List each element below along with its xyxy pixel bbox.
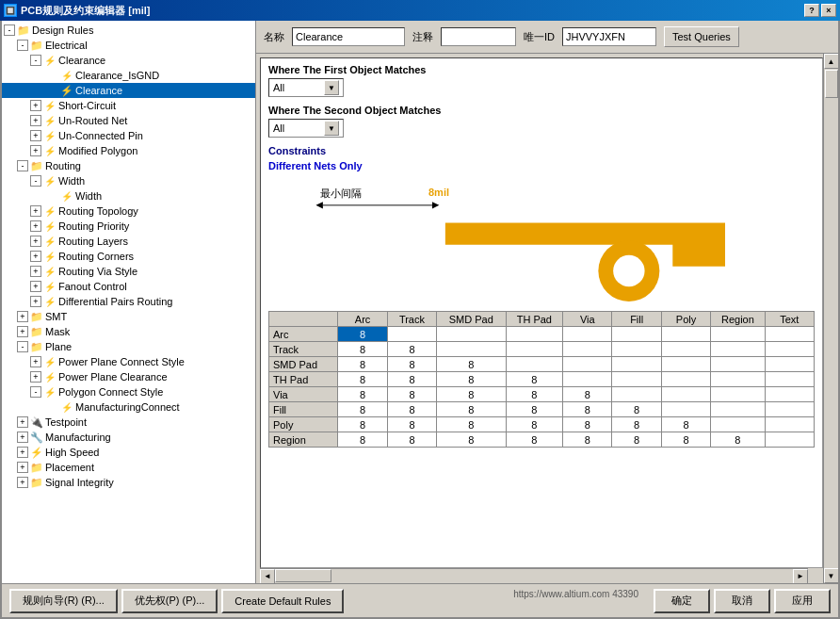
cell-track-track[interactable]: 8 xyxy=(387,342,436,357)
default-rules-button[interactable]: Create Default Rules xyxy=(221,589,344,613)
expand-modified-polygon[interactable]: + xyxy=(30,145,41,156)
tree-node-width-rule[interactable]: ⚡ Width xyxy=(2,188,255,204)
cell-track-text[interactable] xyxy=(765,342,814,357)
expand-routing-layers[interactable]: + xyxy=(30,236,41,247)
ok-button[interactable]: 确定 xyxy=(654,589,710,613)
expand-routing-priority[interactable]: + xyxy=(30,220,41,232)
tree-node-width-group[interactable]: - ⚡ Width xyxy=(2,173,255,188)
cell-track-smd[interactable] xyxy=(437,342,506,357)
tree-node-mask[interactable]: + 📁 Mask xyxy=(2,324,255,339)
tree-node-modified-polygon[interactable]: + ⚡ Modified Polygon xyxy=(2,143,255,158)
cell-region-poly[interactable]: 8 xyxy=(661,432,710,448)
cell-fill-via[interactable]: 8 xyxy=(563,402,612,417)
scroll-down-btn[interactable]: ▼ xyxy=(824,568,839,583)
expand-unconnected-pin[interactable]: + xyxy=(30,130,41,141)
cell-th-th[interactable]: 8 xyxy=(506,372,563,387)
test-queries-button[interactable]: Test Queries xyxy=(664,26,739,47)
tree-node-clearance-isgnd[interactable]: ⚡ Clearance_IsGND xyxy=(2,68,255,83)
cell-poly-text[interactable] xyxy=(765,417,814,432)
cell-th-arc[interactable]: 8 xyxy=(338,372,387,387)
where-second-arrow[interactable]: ▼ xyxy=(324,121,339,136)
cell-fill-region[interactable] xyxy=(711,402,765,417)
expand-manufacturing[interactable]: + xyxy=(17,432,28,443)
cell-arc-arc[interactable]: 8 xyxy=(338,327,387,342)
tree-node-polygon-connect[interactable]: - ⚡ Polygon Connect Style xyxy=(2,384,255,399)
cell-track-arc[interactable]: 8 xyxy=(338,342,387,357)
tree-node-design-rules[interactable]: - 📁 Design Rules xyxy=(2,23,255,38)
cell-fill-fill[interactable]: 8 xyxy=(612,402,661,417)
expand-clearance-group[interactable]: - xyxy=(30,55,41,66)
cell-via-fill[interactable] xyxy=(612,387,661,402)
cell-via-poly[interactable] xyxy=(661,387,710,402)
cell-smd-poly[interactable] xyxy=(661,357,710,372)
cell-poly-poly[interactable]: 8 xyxy=(661,417,710,432)
expand-signal-integrity[interactable]: + xyxy=(17,477,28,488)
cell-th-smd[interactable]: 8 xyxy=(437,372,506,387)
expand-plane[interactable]: - xyxy=(17,341,28,352)
scroll-thumb-vert[interactable] xyxy=(825,70,838,98)
cell-poly-arc[interactable]: 8 xyxy=(338,417,387,432)
cell-arc-via[interactable] xyxy=(563,327,612,342)
tree-node-manufacturing-connect[interactable]: ⚡ ManufacturingConnect xyxy=(2,399,255,415)
tree-node-unrouted-net[interactable]: + ⚡ Un-Routed Net xyxy=(2,113,255,128)
scroll-track-vert[interactable] xyxy=(824,69,838,568)
cell-track-region[interactable] xyxy=(711,342,765,357)
scroll-right-btn[interactable]: ► xyxy=(793,569,808,584)
tree-node-high-speed[interactable]: + ⚡ High Speed xyxy=(2,445,255,460)
scroll-thumb-horiz[interactable] xyxy=(275,569,331,582)
tree-node-routing-topology[interactable]: + ⚡ Routing Topology xyxy=(2,204,255,219)
cell-fill-arc[interactable]: 8 xyxy=(338,402,387,417)
cell-via-smd[interactable]: 8 xyxy=(437,387,506,402)
expand-short-circuit[interactable]: + xyxy=(30,100,41,111)
cell-fill-th[interactable]: 8 xyxy=(506,402,563,417)
name-input[interactable]: Clearance xyxy=(292,27,405,46)
cell-th-via[interactable] xyxy=(563,372,612,387)
tree-node-routing[interactable]: - 📁 Routing xyxy=(2,158,255,173)
tree-node-clearance-group[interactable]: - ⚡ Clearance xyxy=(2,53,255,68)
cell-poly-th[interactable]: 8 xyxy=(506,417,563,432)
cell-smd-region[interactable] xyxy=(711,357,765,372)
cell-via-text[interactable] xyxy=(765,387,814,402)
cell-smd-arc[interactable]: 8 xyxy=(338,357,387,372)
expand-high-speed[interactable]: + xyxy=(17,447,28,458)
cell-fill-poly[interactable] xyxy=(661,402,710,417)
cell-region-via[interactable]: 8 xyxy=(563,432,612,448)
apply-button[interactable]: 应用 xyxy=(774,589,831,613)
expand-testpoint[interactable]: + xyxy=(17,416,28,428)
where-first-value[interactable]: All ▼ xyxy=(268,78,344,97)
cell-smd-text[interactable] xyxy=(765,357,814,372)
expand-electrical[interactable]: - xyxy=(17,40,28,51)
cell-poly-track[interactable]: 8 xyxy=(387,417,436,432)
cell-smd-th[interactable] xyxy=(506,357,563,372)
expand-unrouted-net[interactable]: + xyxy=(30,115,41,126)
cell-region-arc[interactable]: 8 xyxy=(338,432,387,448)
cell-arc-smd[interactable] xyxy=(437,327,506,342)
uniqueid-input[interactable]: JHVVYJXFN xyxy=(562,27,656,46)
expand-routing[interactable]: - xyxy=(17,160,28,171)
tree-node-clearance-selected[interactable]: ⚡ Clearance xyxy=(2,83,255,98)
tree-node-routing-via-style[interactable]: + ⚡ Routing Via Style xyxy=(2,264,255,279)
expand-mask[interactable]: + xyxy=(17,326,28,337)
tree-node-smt[interactable]: + 📁 SMT xyxy=(2,309,255,324)
cell-region-track[interactable]: 8 xyxy=(387,432,436,448)
cell-via-arc[interactable]: 8 xyxy=(338,387,387,402)
cancel-button[interactable]: 取消 xyxy=(714,589,770,613)
cell-fill-text[interactable] xyxy=(765,402,814,417)
cell-th-fill[interactable] xyxy=(612,372,661,387)
cell-smd-fill[interactable] xyxy=(612,357,661,372)
where-second-value[interactable]: All ▼ xyxy=(268,119,344,138)
cell-arc-track[interactable] xyxy=(387,327,436,342)
tree-node-plane[interactable]: - 📁 Plane xyxy=(2,339,255,354)
where-second-dropdown[interactable]: All ▼ xyxy=(268,119,815,138)
cell-via-region[interactable] xyxy=(711,387,765,402)
cell-region-smd[interactable]: 8 xyxy=(437,432,506,448)
cell-smd-via[interactable] xyxy=(563,357,612,372)
tree-node-diff-pairs[interactable]: + ⚡ Differential Pairs Routing xyxy=(2,294,255,309)
cell-poly-via[interactable]: 8 xyxy=(563,417,612,432)
cell-th-track[interactable]: 8 xyxy=(387,372,436,387)
expand-ppc-clearance[interactable]: + xyxy=(30,371,41,383)
cell-poly-region[interactable] xyxy=(711,417,765,432)
cell-poly-fill[interactable]: 8 xyxy=(612,417,661,432)
tree-node-ppc-clearance[interactable]: + ⚡ Power Plane Clearance xyxy=(2,369,255,384)
cell-track-via[interactable] xyxy=(563,342,612,357)
